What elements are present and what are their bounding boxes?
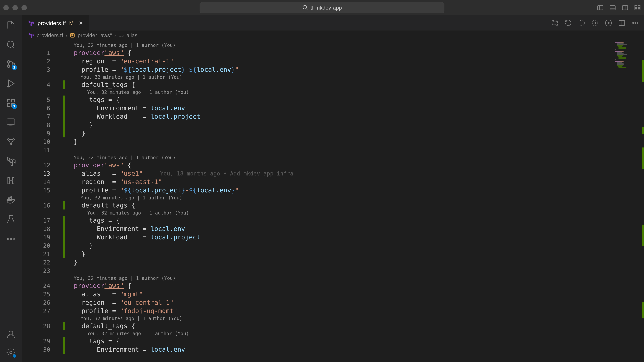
code-lens[interactable]: You, 32 minutes ago | 1 author (You)	[22, 154, 644, 161]
toggle-secondary-sidebar-icon[interactable]	[622, 4, 628, 11]
code-line[interactable]: 9 }	[22, 129, 644, 137]
gutter-modified	[64, 225, 65, 233]
code-line[interactable]: 4 default_tags {	[22, 80, 644, 89]
split-editor-icon[interactable]	[618, 19, 626, 27]
window-minimize-button[interactable]	[12, 5, 18, 10]
svg-point-42	[556, 24, 558, 26]
remote-explorer-icon[interactable]	[6, 118, 16, 127]
code-line[interactable]: 3 profile = "${local.project}-${local.en…	[22, 65, 644, 74]
overview-ruler[interactable]	[640, 40, 644, 362]
more-icon[interactable]	[6, 234, 16, 244]
code-line[interactable]: 10 }	[22, 137, 644, 146]
line-number: 16	[22, 202, 62, 209]
code-lens[interactable]: You, 32 minutes ago | 1 author (You)	[22, 74, 644, 80]
code-line[interactable]: 6 Environment = local.env	[22, 104, 644, 112]
code-lens[interactable]: You, 32 minutes ago | 1 author (You)	[22, 275, 644, 282]
code-line[interactable]: 13 alias = "use1"You, 18 months ago • Ad…	[22, 169, 644, 178]
revert-icon[interactable]	[564, 19, 572, 27]
line-number: 10	[22, 138, 62, 145]
code-line[interactable]: 27 profile = "fodoj-ug-mgmt"	[22, 307, 644, 315]
nav-back-icon[interactable]: ←	[186, 4, 192, 11]
code-line[interactable]: 26 region = "eu-central-1"	[22, 298, 644, 307]
code-line[interactable]: 19 Workload = local.project	[22, 233, 644, 241]
source-control-icon[interactable]: 1	[6, 59, 16, 69]
next-change-icon[interactable]	[591, 19, 599, 27]
svg-rect-6	[622, 5, 628, 10]
code-line[interactable]: 22 }	[22, 258, 644, 267]
code-line[interactable]: 14 region = "us-east-1"	[22, 178, 644, 186]
editor-tab[interactable]: providers.tf M ✕	[22, 15, 90, 30]
code-line[interactable]: 23	[22, 267, 644, 275]
breadcrumb-symbol2[interactable]: alias	[126, 32, 138, 38]
code-lens[interactable]: You, 32 minutes ago | 1 author (You)	[22, 210, 644, 216]
editor-area: providers.tf M ✕	[22, 15, 644, 362]
test-icon[interactable]	[6, 215, 16, 224]
breadcrumbs[interactable]: providers.tf › provider "aws" › abc alia…	[22, 30, 644, 40]
compare-changes-icon[interactable]	[551, 19, 558, 27]
code-line[interactable]: 18 Environment = local.env	[22, 225, 644, 233]
settings-gear-icon[interactable]	[6, 348, 16, 357]
minimap[interactable]	[615, 42, 640, 72]
hashicorp-icon[interactable]	[6, 176, 16, 185]
editor[interactable]: You, 32 minutes ago | 1 author (You) 1 p…	[22, 40, 644, 362]
gutter-modified	[64, 250, 65, 258]
more-actions-icon[interactable]	[632, 19, 639, 27]
code-lens[interactable]: You, 32 minutes ago | 1 author (You)	[22, 89, 644, 95]
gutter-modified	[64, 216, 65, 225]
svg-rect-34	[10, 196, 11, 197]
code-line[interactable]: 24 provider "aws" {	[22, 282, 644, 290]
code-line[interactable]: 20 }	[22, 241, 644, 250]
toggle-primary-sidebar-icon[interactable]	[597, 4, 604, 11]
code-line[interactable]: 8 }	[22, 121, 644, 129]
breadcrumb-separator: ›	[66, 32, 67, 38]
code-line[interactable]: 25 alias = "mgmt"	[22, 290, 644, 298]
window-close-button[interactable]	[3, 5, 9, 10]
line-number: 27	[22, 308, 62, 314]
code-lens[interactable]: You, 32 minutes ago | 1 author (You)	[22, 315, 644, 322]
code-line[interactable]: 1 provider "aws" {	[22, 49, 644, 57]
terraform-icon[interactable]	[6, 157, 16, 166]
svg-rect-9	[638, 5, 640, 7]
code-line[interactable]: 5 tags = {	[22, 95, 644, 104]
code-line[interactable]: 29 tags = {	[22, 337, 644, 345]
activity-bar: 1 1	[0, 15, 22, 362]
explorer-icon[interactable]	[6, 20, 16, 30]
extensions-icon[interactable]: 1	[6, 98, 16, 108]
breadcrumb-symbol1[interactable]: provider "aws"	[78, 32, 112, 38]
code-line[interactable]: 17 tags = {	[22, 216, 644, 225]
line-number: 7	[22, 113, 62, 120]
code-line[interactable]: 7 Workload = local.project	[22, 112, 644, 121]
code-line[interactable]: 21 }	[22, 250, 644, 258]
code-line[interactable]: 11	[22, 146, 644, 154]
code-line[interactable]: 15 profile = "${local.project}-${local.e…	[22, 186, 644, 194]
search-activity-icon[interactable]	[6, 40, 16, 49]
window-maximize-button[interactable]	[22, 5, 27, 10]
ruler-mark	[642, 147, 644, 169]
run-icon[interactable]	[605, 19, 612, 27]
code-line[interactable]: 12 provider "aws" {	[22, 161, 644, 169]
toggle-panel-icon[interactable]	[610, 4, 616, 11]
prev-change-icon[interactable]	[578, 19, 585, 27]
customize-layout-icon[interactable]	[634, 4, 641, 11]
code-line[interactable]: 2 region = "eu-central-1"	[22, 57, 644, 65]
graph-icon[interactable]	[6, 137, 16, 146]
tab-bar: providers.tf M ✕	[22, 15, 644, 30]
breadcrumb-file[interactable]: providers.tf	[36, 32, 63, 38]
command-center[interactable]: tf-mkdev-app	[200, 2, 444, 13]
code-lens[interactable]: You, 32 minutes ago | 1 author (You)	[22, 42, 644, 49]
line-number: 30	[22, 346, 62, 353]
line-number: 5	[22, 96, 62, 103]
gutter-modified	[64, 201, 65, 210]
line-number: 9	[22, 130, 62, 137]
code-line[interactable]: 30 Environment = local.env	[22, 345, 644, 354]
accounts-icon[interactable]	[6, 330, 16, 339]
run-debug-icon[interactable]	[6, 79, 16, 88]
tab-close-icon[interactable]: ✕	[79, 20, 83, 26]
docker-icon[interactable]	[6, 195, 16, 205]
gutter-modified	[64, 121, 65, 129]
code-lens[interactable]: You, 32 minutes ago | 1 author (You)	[22, 194, 644, 201]
code-line[interactable]: 28 default_tags {	[22, 322, 644, 330]
code-lens[interactable]: You, 32 minutes ago | 1 author (You)	[22, 330, 644, 337]
editor-content[interactable]: You, 32 minutes ago | 1 author (You) 1 p…	[22, 40, 644, 362]
code-line[interactable]: 16 default_tags {	[22, 201, 644, 210]
